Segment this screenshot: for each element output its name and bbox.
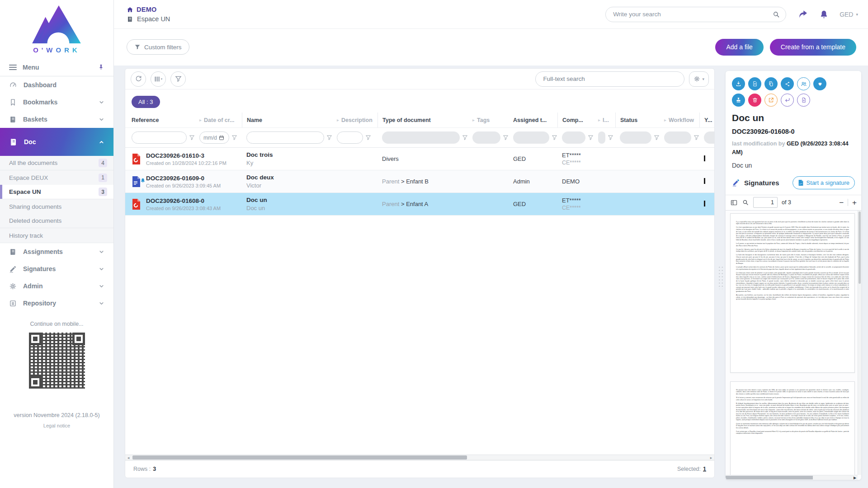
scrollbar-thumb[interactable] [132,455,467,460]
start-signature-button[interactable]: Start a signature [793,176,855,189]
page-number-input[interactable] [753,197,778,208]
table-row-doc-trois[interactable]: DOC230926-01610-3 Created on 10/28/2024 … [125,148,714,170]
sidebar-item-signatures[interactable]: Signatures [0,260,113,277]
row-company-sub: CE***** [562,160,598,166]
share-button[interactable] [781,77,794,90]
breadcrumb-space[interactable]: Espace UN [127,15,170,23]
funnel-icon[interactable] [588,135,594,141]
sidebar-item-history-track[interactable]: History track [0,228,113,243]
brand-logo[interactable]: O'WORK [0,0,113,56]
filter-reference-input[interactable] [132,131,187,144]
user-menu[interactable]: GED ▾ [840,11,858,18]
sidebar-item-sharing-documents[interactable]: Sharing documents [0,199,113,214]
global-search[interactable] [605,7,786,22]
pdf-vertical-scrollbar[interactable] [858,211,861,475]
pdf-toolbar: of 3 − + [726,195,861,211]
global-search-input[interactable] [613,11,772,18]
column-header-tags[interactable]: ▸Tags [472,117,513,123]
last-modification: last modification by GED (9/26/2023 3:08… [732,140,855,157]
filter-description-input[interactable] [337,131,363,144]
refresh-button[interactable] [131,71,146,87]
bell-icon[interactable] [819,9,829,19]
pin-icon[interactable] [98,64,104,70]
table-row-doc-deux[interactable]: DOC230926-01609-0 Created on 9/26/2023 3… [125,170,714,193]
funnel-icon[interactable] [365,135,371,141]
sidebar-item-doc[interactable]: Doc [0,128,113,156]
upload-file-button[interactable] [748,77,761,90]
column-header-date[interactable]: ▸Date of cr... [199,117,246,123]
pdf-horizontal-scrollbar[interactable]: ▶ [726,475,858,480]
pdf-search-icon[interactable] [742,199,749,206]
download-button[interactable] [732,77,745,90]
sidebar-item-baskets[interactable]: Baskets [0,111,113,128]
users-button[interactable] [797,77,810,90]
tab-all[interactable]: All : 3 [132,96,160,108]
column-header-workflow[interactable]: ▸Workflow [664,117,704,123]
selected-count[interactable]: 1 [703,466,706,472]
columns-button[interactable]: ▾ [151,71,166,87]
funnel-icon[interactable] [326,135,332,141]
scroll-left-icon[interactable]: ◂ [125,455,132,460]
copy-button[interactable] [764,77,778,90]
fulltext-search-input[interactable] [543,75,677,82]
column-header-type[interactable]: Type of document [377,113,472,127]
legal-notice-link[interactable]: Legal notice [0,423,113,428]
scrollbar-track[interactable] [132,455,708,460]
zoom-in-button[interactable]: + [852,199,857,206]
table-filter-row: mm/d [125,128,714,148]
search-icon[interactable] [772,10,780,19]
funnel-icon[interactable] [608,135,613,141]
table-horizontal-scrollbar[interactable]: ◂ ▸ [125,455,714,460]
sidebar-item-espace-deux[interactable]: Espace DEUX 1 [0,170,113,185]
open-external-button[interactable] [764,94,778,107]
sidebar-item-deleted-documents[interactable]: Deleted documents [0,214,113,228]
funnel-icon[interactable] [189,135,195,141]
funnel-icon[interactable] [462,135,468,141]
sidebar-item-assignments[interactable]: Assignments [0,243,113,260]
delete-button[interactable] [748,94,761,107]
sidebar-item-dashboard[interactable]: Dashboard [0,76,113,94]
zoom-out-button[interactable]: − [839,199,844,206]
fulltext-search[interactable] [535,71,684,87]
funnel-icon[interactable] [693,135,699,141]
add-file-button[interactable]: Add a file [715,39,763,56]
column-header-company[interactable]: Comp... [557,113,598,127]
table-row-doc-un[interactable]: DOC230926-01608-0 Created on 9/26/2023 3… [125,193,714,216]
breadcrumb-home[interactable]: DEMO [127,6,170,13]
funnel-icon[interactable] [552,135,557,141]
sidebar-item-bookmarks[interactable]: Bookmarks [0,94,113,111]
custom-filters-button[interactable]: Custom filters [127,39,189,55]
stamp-button[interactable] [732,94,745,107]
filter-date-input[interactable]: mm/d [199,131,229,144]
scroll-right-icon[interactable]: ▶ [852,475,858,480]
funnel-icon[interactable] [654,135,660,141]
sidebar-item-espace-un[interactable]: Espace UN 3 [0,185,113,199]
sidebar-item-all-documents[interactable]: All the documents 4 [0,156,113,170]
word-file-icon [132,176,142,188]
return-button[interactable] [781,94,794,107]
sidebar-toggle-icon[interactable] [730,199,738,206]
funnel-icon[interactable] [503,135,509,141]
funnel-icon[interactable] [231,135,237,141]
scrollbar-thumb[interactable] [726,476,813,479]
column-header-description[interactable]: ▸Description [337,117,382,123]
menu-header[interactable]: Menu [0,58,113,76]
column-header-assigned[interactable]: Assigned t... [513,117,562,123]
table-settings-button[interactable]: ▾ [689,71,709,87]
share-forward-icon[interactable] [797,9,808,19]
column-header-status[interactable]: Status [615,113,664,127]
sidebar-item-admin[interactable]: Admin [0,277,113,295]
column-header-y[interactable]: Y... [699,113,715,127]
panel-resize-handle[interactable] [718,266,724,289]
scrollbar-thumb[interactable] [859,211,861,284]
filter-name-input[interactable] [246,131,324,144]
scroll-right-icon[interactable]: ▸ [708,455,714,460]
create-from-template-button[interactable]: Create from a template [770,39,856,56]
column-header-name[interactable]: Name [242,113,337,127]
favorite-heart-button[interactable] [813,77,826,90]
clipped-text [704,178,705,184]
sidebar-item-repository[interactable]: Repository [0,295,113,312]
filter-button[interactable] [170,71,186,87]
document-button[interactable] [797,94,810,107]
column-header-reference[interactable]: Reference [132,117,199,123]
